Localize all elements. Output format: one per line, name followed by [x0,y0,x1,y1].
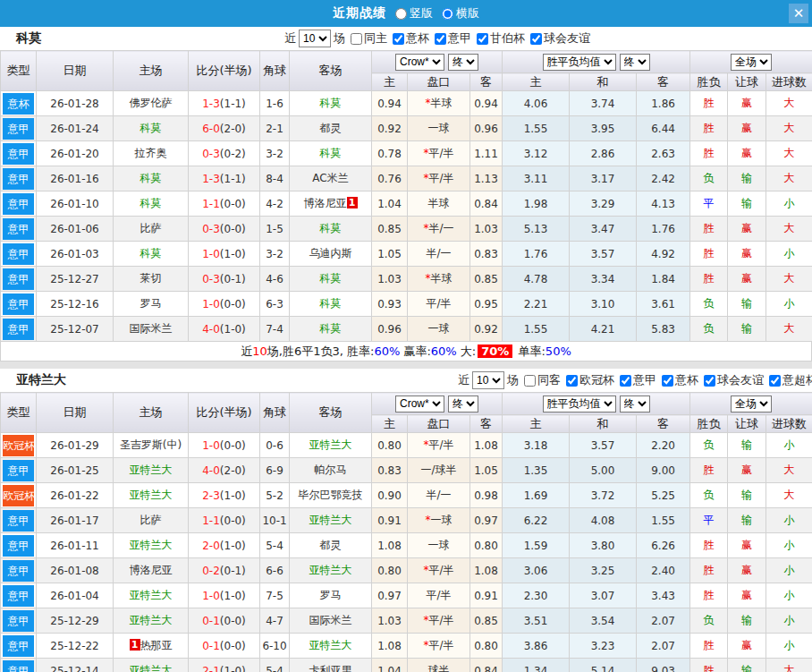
league-filter-3[interactable]: 球会友谊 [701,372,764,388]
europe-avg-select[interactable]: 胜平负均值 [543,54,616,71]
league-type-cell: 意甲 [1,608,37,634]
same-venue-checkbox[interactable] [351,33,362,45]
europe-final-select[interactable]: 终 [620,54,650,71]
euro-draw-odds-cell: 2.86 [570,141,637,166]
handicap-result-cell: 赢 [728,217,766,242]
league-filter-checkbox[interactable] [530,33,542,45]
euro-home-odds-cell: 1.35 [503,458,570,483]
summary-big-rate: 70% [478,345,512,358]
fulltime-score: 1-1 [202,515,220,527]
league-filter-checkbox[interactable] [769,375,781,387]
asian-away-odds-cell: 1.03 [470,217,503,242]
league-filter-2[interactable]: 甘伯杯 [474,30,525,47]
euro-draw-odds-cell: 3.25 [570,558,637,583]
goals-result-cell: 小 [766,634,812,659]
summary-label-profit: 赢率: [403,345,430,358]
team-section-1: 亚特兰大近10场同客欧冠杯意甲意杯球会友谊意超杯类型日期主场比分(半场)角球客场… [0,369,812,672]
near-label: 近 [284,30,296,47]
team-name-cell: 科莫 [320,147,342,159]
league-filter-checkbox[interactable] [704,375,715,387]
league-type-cell: 意甲 [1,533,37,558]
euro-home-odds-cell: 3.12 [503,141,570,166]
europe-odds-header: 胜平负均值终 [503,51,690,73]
favorite-star: * [423,564,428,576]
team-section-0: 科莫近10场同主意杯意甲甘伯杯球会友谊类型日期主场比分(半场)角球客场Crow*… [0,27,812,362]
same-venue-label: 同主 [364,30,387,47]
league-filter-0[interactable]: 意杯 [390,30,429,47]
date-cell: 26-01-25 [37,458,114,483]
away-team-cell: 亚特兰大 [290,433,372,458]
euro-draw-odds-cell: 4.21 [570,317,637,342]
away-team-cell: 乌迪内斯 [290,242,372,267]
fulltime-score: 0-1 [202,615,220,627]
handicap-result-cell: 输 [728,483,766,508]
team-name-cell: 科莫 [320,272,342,285]
league-filter-1[interactable]: 意甲 [617,372,656,388]
league-filter-checkbox[interactable] [620,375,631,387]
corner-cell: 5-4 [260,533,290,558]
bookmaker-select[interactable]: Crow* [395,396,444,413]
asian-away-odds-cell: 0.92 [470,317,503,342]
corner-cell: 6-9 [260,458,290,483]
league-filter-2[interactable]: 意杯 [659,372,698,388]
vertical-layout-radio[interactable] [395,8,407,20]
euro-draw-odds-cell: 3.07 [570,583,637,608]
league-type-cell: 意甲 [1,558,37,583]
asian-line-cell: *平/半 [408,141,470,166]
league-filter-label: 甘伯杯 [490,30,525,47]
match-row: 意甲26-01-08博洛尼亚0-2(0-1)6-6亚特兰大0.80*平/半1.0… [1,558,812,583]
europe-avg-select[interactable]: 胜平负均值 [543,396,616,413]
asian-home-odds-cell: 0.80 [372,433,408,458]
result-scope-select[interactable]: 全场 [731,54,772,71]
match-row: 意甲25-12-221热那亚0-1(0-0)6-10亚特兰大1.08*平/半0.… [1,634,812,659]
recent-count-select[interactable]: 10 [299,30,331,47]
goals-result-cell: 小 [766,608,812,634]
matches-table: 类型日期主场比分(半场)角球客场Crow*终胜平负均值终全场主盘口客主和客胜负让… [0,392,812,672]
asian-home-odds-cell: 0.90 [372,483,408,508]
league-filter-checkbox[interactable] [566,375,578,387]
favorite-star: * [423,614,428,626]
league-filter-checkbox[interactable] [662,375,673,387]
goals-result-cell: 小 [766,292,812,317]
winloss-cell: 负 [690,483,728,508]
asian-away-odds-cell: 0.83 [470,242,503,267]
subcol-header-winloss: 胜负 [690,415,728,433]
same-venue-filter[interactable]: 同客 [521,372,561,388]
euro-away-odds-cell: 4.13 [637,191,690,217]
layout-option-vertical[interactable]: 竖版 [395,5,433,21]
titlebar: 近期战绩 竖版 横版 ✕ [0,0,812,27]
league-filter-4[interactable]: 意超杯 [766,372,812,388]
league-badge: 欧冠杯 [3,485,34,506]
horizontal-layout-radio[interactable] [442,8,453,20]
recent-count-select[interactable]: 10 [472,371,504,389]
league-badge: 意甲 [3,510,34,532]
result-scope-select[interactable]: 全场 [731,396,772,413]
asian-final-select[interactable]: 终 [448,54,478,71]
same-venue-checkbox[interactable] [524,375,536,387]
bookmaker-select[interactable]: Crow* [395,54,444,71]
same-venue-filter[interactable]: 同主 [348,30,387,47]
summary-row: 近10场,胜6平1负3, 胜率:60% 赢率:60% 大:70% 单率:50% [0,342,812,362]
close-button[interactable]: ✕ [789,4,808,23]
asian-line-cell: *半球 [408,91,470,116]
league-type-cell: 意甲 [1,242,37,267]
asian-away-odds-cell: 0.85 [470,608,503,634]
league-badge: 意甲 [3,193,34,215]
subcol-header-euro-draw: 和 [570,73,637,91]
league-filter-checkbox[interactable] [393,33,404,45]
euro-home-odds-cell: 1.55 [503,317,570,342]
league-filter-checkbox[interactable] [477,33,488,45]
league-filter-1[interactable]: 意甲 [432,30,471,47]
euro-home-odds-cell: 2.30 [503,583,570,608]
asian-line-cell: 球半 [408,659,470,672]
asian-away-odds-cell: 0.96 [470,116,503,141]
league-filter-checkbox[interactable] [435,33,446,45]
league-filter-3[interactable]: 球会友谊 [528,30,590,47]
winloss-cell: 负 [690,608,728,634]
layout-option-horizontal[interactable]: 横版 [442,5,479,21]
asian-final-select[interactable]: 终 [448,396,478,413]
europe-final-select[interactable]: 终 [620,396,650,413]
asian-away-odds-cell: 0.85 [470,267,503,292]
goals-result-cell: 小 [766,508,812,533]
league-filter-0[interactable]: 欧冠杯 [563,372,614,388]
